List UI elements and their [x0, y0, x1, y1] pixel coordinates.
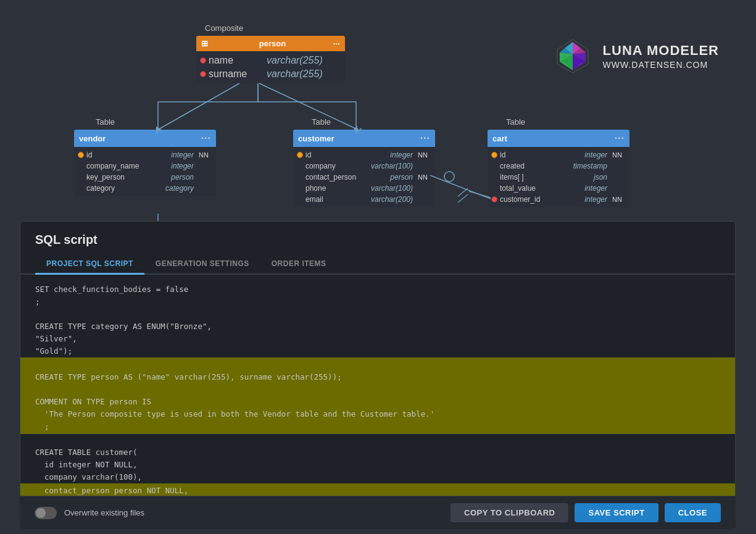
pk-icon: [78, 152, 84, 158]
overwrite-label: Overwrite existing files: [64, 508, 144, 517]
spacer-icon: [491, 163, 497, 169]
spacer-icon: [297, 174, 303, 180]
svg-line-12: [430, 175, 491, 199]
cart-body: id integer NN created timestamp items[ ]…: [488, 147, 629, 207]
vendor-entity: vendor ··· id integer NN company_name in…: [74, 130, 216, 196]
logo-icon: [554, 37, 592, 75]
cart-entity: cart ··· id integer NN created timestamp…: [488, 130, 629, 207]
cart-table-label: Table: [506, 117, 525, 127]
vendor-name: vendor: [79, 134, 106, 143]
dialog-footer: Overwrite existing files COPY TO CLIPBOA…: [20, 496, 736, 529]
svg-line-19: [458, 194, 468, 202]
vendor-row-category: category category: [74, 183, 216, 194]
footer-right: COPY TO CLIPBOARD SAVE SCRIPT CLOSE: [451, 503, 721, 522]
copy-clipboard-button[interactable]: COPY TO CLIPBOARD: [451, 503, 568, 522]
pk-icon: [491, 152, 497, 158]
spacer-icon: [78, 163, 84, 169]
sql-pre: SET check_function_bodies = false ; CREA…: [35, 283, 720, 503]
spacer-icon: [491, 185, 497, 191]
composite-person-entity: ⊞ person ··· name varchar(255) surname v…: [196, 36, 345, 83]
cart-menu-dots[interactable]: ···: [615, 133, 625, 144]
vendor-row-keyperson: key_person person: [74, 172, 216, 183]
sql-body[interactable]: SET check_function_bodies = false ; CREA…: [20, 275, 735, 503]
vendor-header: vendor ···: [74, 130, 216, 147]
vendor-row-company: company_name integer: [74, 161, 216, 172]
vendor-menu-dots[interactable]: ···: [201, 133, 211, 144]
pk-icon: [297, 152, 303, 158]
composite-menu-dots[interactable]: ···: [333, 39, 340, 48]
logo-text: LUNA MODELER WWW.DATENSEN.COM: [603, 42, 719, 71]
customer-header: customer ···: [293, 130, 435, 147]
dialog-title: SQL script: [20, 222, 735, 247]
spacer-icon: [78, 174, 84, 180]
tab-project-sql[interactable]: PROJECT SQL SCRIPT: [35, 254, 144, 275]
spacer-icon: [78, 185, 84, 191]
svg-line-18: [458, 188, 468, 196]
composite-name: person: [259, 39, 286, 48]
logo-area: LUNA MODELER WWW.DATENSEN.COM: [554, 37, 719, 75]
diagram-canvas: LUNA MODELER WWW.DATENSEN.COM Composite …: [0, 0, 756, 225]
cart-row-id: id integer NN: [488, 149, 629, 161]
app-title: LUNA MODELER: [603, 42, 719, 60]
customer-table-label: Table: [312, 117, 331, 127]
svg-line-11: [259, 83, 358, 130]
fk-icon: [200, 71, 206, 77]
cart-name: cart: [492, 134, 507, 143]
spacer-icon: [297, 185, 303, 191]
tabs-bar: PROJECT SQL SCRIPT GENERATION SETTINGS O…: [20, 247, 735, 275]
vendor-table-label: Table: [96, 117, 115, 127]
fk-icon: [200, 57, 206, 64]
customer-row-contact: contact_person person NN: [293, 172, 435, 183]
spacer-icon: [297, 196, 303, 202]
composite-row-surname: surname varchar(255): [196, 67, 345, 81]
cart-row-items: items[ ] json: [488, 172, 629, 183]
composite-body: name varchar(255) surname varchar(255): [196, 51, 345, 83]
sql-dialog: SQL script PROJECT SQL SCRIPT GENERATION…: [20, 221, 736, 504]
vendor-body: id integer NN company_name integer key_p…: [74, 147, 216, 196]
toggle-knob: [36, 508, 46, 518]
customer-entity: customer ··· id integer NN company varch…: [293, 130, 435, 207]
spacer-icon: [491, 174, 497, 180]
close-button[interactable]: CLOSE: [665, 503, 721, 522]
composite-icon: ⊞: [201, 39, 208, 48]
customer-row-company: company varchar(100): [293, 161, 435, 172]
tab-order-items[interactable]: ORDER ITEMS: [260, 254, 338, 275]
customer-row-id: id integer NN: [293, 149, 435, 161]
composite-row-name: name varchar(255): [196, 54, 345, 67]
overwrite-toggle[interactable]: [35, 507, 57, 519]
tab-generation-settings[interactable]: GENERATION SETTINGS: [144, 254, 260, 275]
footer-left: Overwrite existing files: [35, 507, 144, 519]
customer-menu-dots[interactable]: ···: [420, 133, 430, 144]
customer-body: id integer NN company varchar(100) conta…: [293, 147, 435, 207]
svg-line-10: [158, 83, 239, 130]
cart-row-totalvalue: total_value integer: [488, 183, 629, 194]
svg-point-16: [444, 172, 454, 181]
save-script-button[interactable]: SAVE SCRIPT: [575, 503, 658, 522]
customer-name: customer: [298, 134, 334, 143]
vendor-row-id: id integer NN: [74, 149, 216, 161]
fk-icon: [491, 196, 497, 202]
composite-person-header: ⊞ person ···: [196, 36, 345, 51]
cart-header: cart ···: [488, 130, 629, 147]
app-subtitle: WWW.DATENSEN.COM: [603, 59, 719, 70]
composite-label: Composite: [205, 23, 243, 33]
spacer-icon: [297, 163, 303, 169]
customer-row-phone: phone varchar(100): [293, 183, 435, 194]
cart-row-created: created timestamp: [488, 161, 629, 172]
customer-row-email: email varchar(200): [293, 194, 435, 205]
cart-row-customerid: customer_id integer NN: [488, 194, 629, 205]
